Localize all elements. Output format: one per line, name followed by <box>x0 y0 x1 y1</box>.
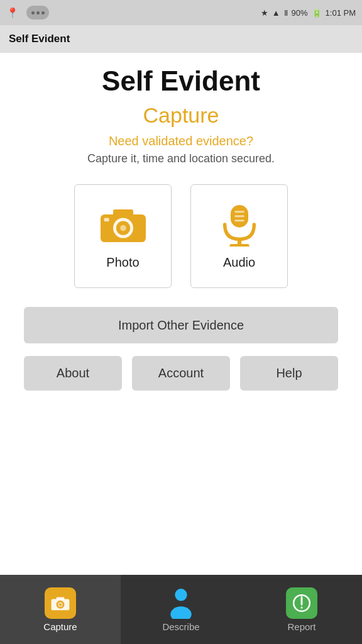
microphone-icon <box>214 203 265 249</box>
photo-button[interactable]: Photo <box>74 184 172 288</box>
nav-capture-icon <box>45 587 76 619</box>
nav-describe-label: Describe <box>162 621 199 632</box>
nav-describe-icon <box>165 587 197 619</box>
signal-icon: Ⅱ <box>284 8 288 18</box>
tagline-yellow: Need validated evidence? <box>109 134 253 148</box>
time: 1:01 PM <box>326 8 356 18</box>
battery-icon: 🔋 <box>312 8 322 18</box>
svg-point-4 <box>120 225 126 231</box>
status-bar-left: 📍 <box>6 6 49 19</box>
status-bar-right: ★ ▲ Ⅱ 90% 🔋 1:01 PM <box>261 8 356 18</box>
capture-subtitle: Capture <box>143 103 219 128</box>
audio-button[interactable]: Audio <box>190 184 288 288</box>
main-content: Self Evident Capture Need validated evid… <box>0 53 362 575</box>
bottom-nav: Capture Describe Report <box>0 575 362 644</box>
camera-icon <box>98 203 148 249</box>
help-button[interactable]: Help <box>240 356 338 391</box>
svg-rect-8 <box>234 215 244 217</box>
svg-rect-11 <box>229 244 249 247</box>
capture-options-row: Photo Audio <box>74 184 288 288</box>
tagline-gray: Capture it, time and location secured. <box>87 152 275 165</box>
location-icon: 📍 <box>6 7 19 19</box>
import-evidence-button[interactable]: Import Other Evidence <box>24 307 338 343</box>
svg-rect-13 <box>57 597 65 600</box>
account-button[interactable]: Account <box>132 356 230 391</box>
about-button[interactable]: About <box>24 356 122 391</box>
svg-rect-9 <box>234 219 244 221</box>
svg-point-22 <box>300 606 302 608</box>
svg-point-18 <box>170 606 191 619</box>
status-bar: 📍 ★ ▲ Ⅱ 90% 🔋 1:01 PM <box>0 0 362 25</box>
bluetooth-icon: ★ <box>261 8 268 18</box>
svg-rect-1 <box>113 209 133 217</box>
audio-label: Audio <box>223 255 255 270</box>
battery-percentage: 90% <box>292 8 308 18</box>
nav-capture-label: Capture <box>43 621 77 632</box>
app-name-titlebar: Self Evident <box>9 33 70 45</box>
nav-report[interactable]: Report <box>241 575 362 644</box>
more-menu-icon[interactable] <box>26 6 49 19</box>
secondary-buttons-row: About Account Help <box>24 356 338 391</box>
photo-label: Photo <box>106 255 139 270</box>
nav-capture[interactable]: Capture <box>0 575 121 644</box>
title-bar: Self Evident <box>0 25 362 53</box>
nav-report-icon <box>286 587 317 619</box>
svg-rect-5 <box>104 218 109 222</box>
wifi-icon: ▲ <box>272 8 280 18</box>
nav-describe[interactable]: Describe <box>121 575 241 644</box>
svg-point-17 <box>175 589 187 601</box>
nav-report-label: Report <box>287 621 315 632</box>
svg-rect-7 <box>234 211 244 213</box>
app-title: Self Evident <box>102 65 260 97</box>
svg-point-16 <box>59 603 61 605</box>
